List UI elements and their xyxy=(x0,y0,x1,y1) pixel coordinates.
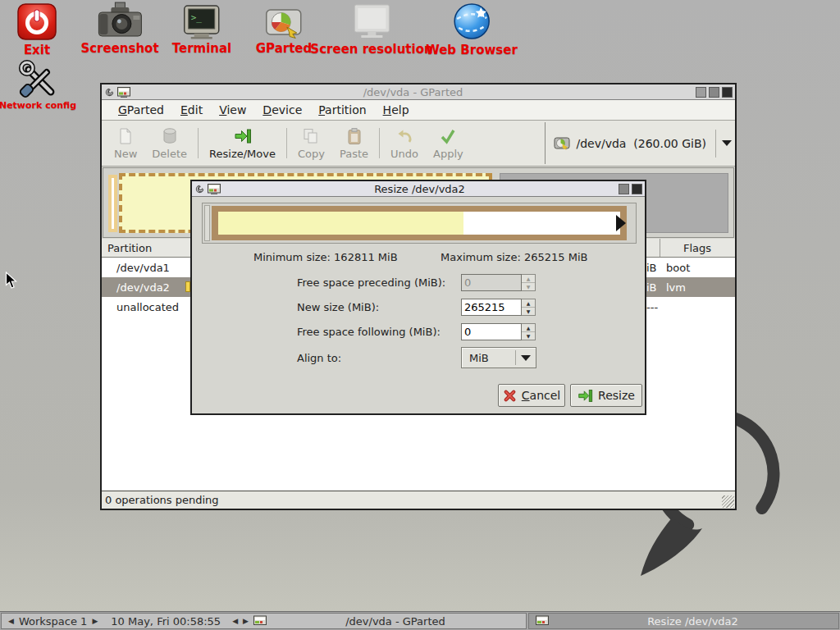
shortcut-label: Network config xyxy=(0,100,76,111)
task-gparted-main[interactable]: /dev/vda - GParted xyxy=(272,615,519,628)
spinner-buttons: ▲▼ xyxy=(522,274,536,291)
window-title: /dev/vda - GParted xyxy=(133,86,693,98)
align-to-dropdown[interactable]: MiB xyxy=(461,347,536,368)
shortcut-web-browser[interactable]: Web Browser xyxy=(426,2,518,57)
slider-left-handle[interactable] xyxy=(204,205,210,241)
new-size-field: ▲▼ xyxy=(461,299,536,316)
cancel-button[interactable]: Cancel xyxy=(498,384,565,407)
window-prev-icon[interactable]: ◀ xyxy=(232,618,238,625)
new-button[interactable]: New xyxy=(107,122,144,164)
menu-edit[interactable]: Edit xyxy=(174,102,209,118)
free-space-following-label: Free space following (MiB): xyxy=(297,326,441,338)
workspace-label: Workspace 1 xyxy=(19,615,87,628)
slider-right-handle-icon[interactable] xyxy=(616,215,626,231)
shortcut-screen-resolution[interactable]: Screen resolution xyxy=(310,3,432,57)
apply-button[interactable]: Apply xyxy=(426,122,471,164)
menu-help[interactable]: Help xyxy=(377,102,416,118)
wm-swirl-icon xyxy=(104,87,115,98)
shortcut-label: Web Browser xyxy=(426,43,518,57)
shortcut-label: Screen resolution xyxy=(310,42,432,57)
chevron-down-icon xyxy=(521,355,531,361)
resize-button[interactable]: Resize xyxy=(570,384,642,407)
delete-partition-icon xyxy=(161,127,179,145)
device-label: /dev/vda (260.00 GiB) xyxy=(576,137,706,150)
spinner-buttons[interactable]: ▲▼ xyxy=(522,299,536,316)
toolbar-separator xyxy=(286,128,287,158)
tools-icon xyxy=(16,59,59,98)
gparted-task-icon xyxy=(536,615,549,627)
shortcut-terminal[interactable]: >_ Terminal xyxy=(172,5,232,56)
free-space-following-field: ▲▼ xyxy=(461,323,536,340)
mouse-cursor xyxy=(5,272,17,290)
shortcut-screenshot[interactable]: Screenshot xyxy=(80,2,158,56)
new-size-input[interactable] xyxy=(461,299,522,316)
dialog-close-button[interactable] xyxy=(632,184,642,194)
undo-button[interactable]: Undo xyxy=(383,122,426,164)
new-size-label: New size (MiB): xyxy=(297,301,379,313)
task-resize-dialog-active[interactable]: Resize /dev/vda2 xyxy=(528,613,839,629)
shortcut-gparted[interactable]: GParted xyxy=(256,6,313,56)
resize-move-icon xyxy=(234,127,252,145)
cancel-x-icon xyxy=(503,389,517,403)
slider-partition-frame xyxy=(212,206,627,240)
dialog-title: Resize /dev/vda2 xyxy=(223,183,616,195)
undo-icon xyxy=(395,127,413,145)
power-icon xyxy=(17,3,57,41)
partition-visual-vda1[interactable] xyxy=(108,175,117,232)
gparted-app-icon xyxy=(208,184,221,194)
chevron-down-icon xyxy=(722,140,732,146)
gparted-app-icon xyxy=(117,87,130,98)
operations-pending-text: 0 operations pending xyxy=(105,494,219,506)
gparted-titlebar[interactable]: /dev/vda - GParted xyxy=(102,84,735,100)
resize-slider[interactable] xyxy=(202,203,637,244)
shortcut-exit[interactable]: Exit xyxy=(17,3,57,57)
menubar: GParted Edit View Device Partition Help xyxy=(102,100,735,121)
delete-button[interactable]: Delete xyxy=(144,122,194,164)
monitor-icon xyxy=(351,3,392,40)
maximize-button[interactable] xyxy=(709,87,719,98)
workspace-next-icon[interactable]: ▶ xyxy=(92,618,98,625)
minimize-button[interactable] xyxy=(696,87,706,98)
menu-partition[interactable]: Partition xyxy=(312,102,372,118)
taskbar: ◀ Workspace 1 ▶ 10 May, Fri 00:58:55 ◀ ▶… xyxy=(0,611,840,630)
workspace-prev-icon[interactable]: ◀ xyxy=(8,618,14,625)
wm-swirl-icon xyxy=(194,184,205,194)
window-next-icon[interactable]: ▶ xyxy=(243,618,249,625)
apply-icon xyxy=(439,127,457,145)
terminal-icon: >_ xyxy=(183,5,221,39)
menu-view[interactable]: View xyxy=(212,102,253,118)
toolbar-separator xyxy=(379,128,380,158)
slider-track xyxy=(218,212,620,235)
menu-device[interactable]: Device xyxy=(256,102,308,118)
device-selector[interactable]: /dev/vda (260.00 GiB) xyxy=(545,122,735,164)
copy-icon xyxy=(302,127,320,145)
maximum-size-label: Maximum size: 265215 MiB xyxy=(441,251,587,263)
dialog-titlebar[interactable]: Resize /dev/vda2 xyxy=(192,181,645,197)
resize-grip[interactable] xyxy=(722,495,734,508)
shortcut-network-config[interactable]: Network config xyxy=(0,59,76,111)
menu-gparted[interactable]: GParted xyxy=(112,102,171,118)
disk-icon xyxy=(554,136,570,150)
taskbar-left-panel: ◀ Workspace 1 ▶ 10 May, Fri 00:58:55 ◀ ▶… xyxy=(1,613,527,629)
svg-text:>_: >_ xyxy=(191,12,203,23)
spinner-buttons[interactable]: ▲▼ xyxy=(522,323,536,340)
dialog-content: Minimum size: 162811 MiB Maximum size: 2… xyxy=(192,197,645,413)
camera-icon xyxy=(97,2,143,39)
align-to-value: MiB xyxy=(462,352,515,364)
shortcut-label: Exit xyxy=(24,43,50,57)
copy-button[interactable]: Copy xyxy=(290,122,332,164)
column-header-flags[interactable]: Flags xyxy=(660,239,734,257)
dialog-maximize-button[interactable] xyxy=(619,184,629,194)
status-bar: 0 operations pending xyxy=(102,491,735,509)
paste-button[interactable]: Paste xyxy=(332,122,376,164)
resize-move-button[interactable]: Resize/Move xyxy=(202,122,283,164)
minimum-size-label: Minimum size: 162811 MiB xyxy=(253,251,398,263)
gparted-icon xyxy=(264,6,304,39)
toolbar-separator xyxy=(198,128,199,158)
shortcut-label: Screenshot xyxy=(80,41,158,56)
shortcut-label: Terminal xyxy=(172,41,232,56)
new-partition-icon xyxy=(116,127,135,145)
free-space-following-input[interactable] xyxy=(461,323,522,340)
close-button[interactable] xyxy=(722,87,733,98)
resize-dialog: Resize /dev/vda2 Minimum size: 162811 Mi… xyxy=(190,180,646,415)
